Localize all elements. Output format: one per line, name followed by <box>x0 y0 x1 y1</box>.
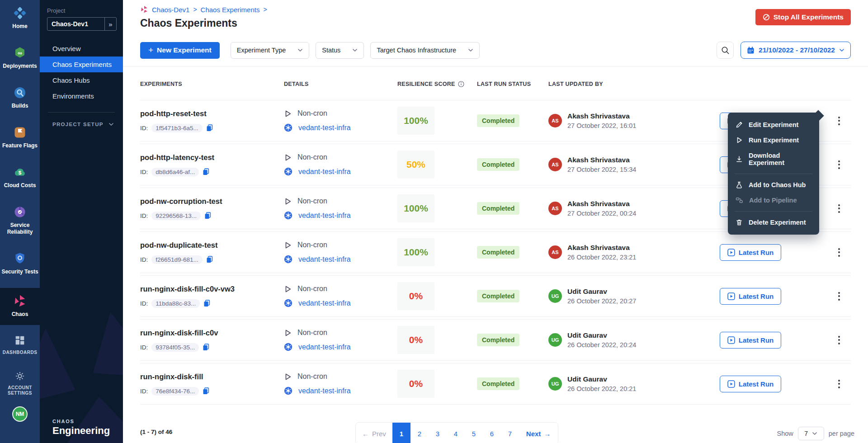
sidebar-item-label: Feature Flags <box>2 142 38 149</box>
sidebar-item-environments[interactable]: Environments <box>40 88 123 104</box>
sidebar-item-dashboards[interactable]: DASHBOARDS <box>0 330 40 361</box>
stop-all-experiments-button[interactable]: Stop All Experiments <box>755 9 851 25</box>
toolbar-separator <box>123 66 868 66</box>
play-outline-icon <box>284 198 292 205</box>
search-button[interactable] <box>717 42 734 59</box>
copy-icon[interactable] <box>206 124 213 132</box>
copy-icon[interactable] <box>204 212 211 219</box>
breadcrumb: Chaos-Dev1>Chaos Experiments> <box>140 5 851 14</box>
sidebar-item-overview[interactable]: Overview <box>40 41 123 57</box>
sidebar-item-cloud-costs[interactable]: $Cloud Costs <box>0 161 40 194</box>
experiment-name[interactable]: pod-http-latency-test <box>140 153 284 162</box>
pagination-page-3[interactable]: 3 <box>429 423 447 443</box>
new-experiment-button[interactable]: + New Experiment <box>140 42 220 59</box>
infrastructure-link[interactable]: vedant-test-infra <box>298 212 351 220</box>
updated-timestamp: 26 October 2022, 20:21 <box>567 385 636 392</box>
run-icon <box>727 380 735 388</box>
menu-item-edit-experiment[interactable]: Edit Experiment <box>728 117 819 132</box>
sidebar-item-chaos-experiments[interactable]: Chaos Experiments <box>40 57 123 72</box>
more-options-icon[interactable] <box>834 245 844 259</box>
more-options-icon[interactable] <box>834 202 844 215</box>
row-actions-cell <box>834 158 851 171</box>
copy-icon[interactable] <box>203 344 209 351</box>
infrastructure-link[interactable]: vedant-test-infra <box>298 343 351 351</box>
sidebar-item-label: Cloud Costs <box>4 182 36 189</box>
infrastructure-link[interactable]: vedant-test-infra <box>298 299 351 307</box>
sidebar-item-chaos-hubs[interactable]: Chaos Hubs <box>40 72 123 88</box>
pagination-next-button[interactable]: Next → <box>519 423 558 443</box>
info-icon[interactable] <box>458 81 464 87</box>
infrastructure-link[interactable]: vedant-test-infra <box>298 168 351 176</box>
more-options-icon[interactable] <box>834 114 844 127</box>
pagination-page-5[interactable]: 5 <box>465 423 483 443</box>
more-options-icon[interactable] <box>834 289 844 303</box>
user-avatar[interactable]: NM <box>12 406 28 422</box>
infrastructure-link[interactable]: vedant-test-infra <box>298 387 351 395</box>
infrastructure-link[interactable]: vedant-test-infra <box>298 124 351 132</box>
pagination-page-2[interactable]: 2 <box>410 423 429 443</box>
more-options-icon[interactable] <box>834 377 844 391</box>
menu-item-add-to-chaos-hub[interactable]: Add to Chaos Hub <box>728 177 819 193</box>
experiment-name[interactable]: pod-nw-corruption-test <box>140 197 284 206</box>
project-setup-toggle[interactable]: PROJECT SETUP <box>40 122 123 127</box>
sidebar-item-service-reliability[interactable]: Service Reliability <box>0 201 40 241</box>
experiment-name[interactable]: run-nginx-disk-fill <box>140 372 284 381</box>
latest-run-button[interactable]: Latest Run <box>720 288 781 305</box>
pagination-page-7[interactable]: 7 <box>501 423 519 443</box>
breadcrumb-link[interactable]: Chaos Experiments <box>201 6 260 14</box>
filter-status[interactable]: Status <box>316 42 364 59</box>
project-selector[interactable]: Chaos-Dev1 » <box>47 17 117 31</box>
resilience-score-cell: 100% <box>397 107 477 135</box>
toolbar: + New Experiment Experiment TypeStatusTa… <box>140 42 851 59</box>
pagination-page-1[interactable]: 1 <box>392 423 410 443</box>
copy-icon[interactable] <box>203 168 209 175</box>
copy-icon[interactable] <box>203 300 210 307</box>
latest-run-label: Latest Run <box>739 249 774 256</box>
page-size-select[interactable]: 7 <box>798 427 824 440</box>
sidebar-item-label: Chaos <box>12 311 28 318</box>
experiment-name[interactable]: run-nginx-disk-fill-c0v <box>140 329 284 337</box>
menu-item-run-experiment[interactable]: Run Experiment <box>728 132 819 148</box>
experiment-name[interactable]: pod-http-reset-test <box>140 109 284 118</box>
collapse-panel-button[interactable]: » <box>104 18 116 30</box>
sidebar-item-feature-flags[interactable]: Feature Flags <box>0 121 40 155</box>
pagination-prev-button[interactable]: ← Prev <box>356 423 392 443</box>
breadcrumb-link[interactable]: Chaos-Dev1 <box>152 6 189 14</box>
pagination-page-4[interactable]: 4 <box>447 423 465 443</box>
more-options-icon[interactable] <box>834 158 844 171</box>
experiment-name[interactable]: run-nginx-disk-fill-c0v-vw3 <box>140 285 284 293</box>
sidebar-item-deployments[interactable]: ∞Deployments <box>0 42 40 75</box>
plus-icon: + <box>148 45 153 55</box>
menu-item-download-experiment[interactable]: Download Experiment <box>728 148 819 170</box>
sidebar-item-account-settings[interactable]: ACCOUNT SETTINGS <box>0 366 40 402</box>
sidebar-item-home[interactable]: Home <box>0 2 40 35</box>
experiment-name-cell: run-nginx-disk-fill-c0v-vw3ID:11bda88c-8… <box>140 285 284 308</box>
filter-experiment-type[interactable]: Experiment Type <box>231 42 310 59</box>
column-header-details: DETAILS <box>284 81 397 87</box>
experiment-name[interactable]: pod-nw-duplicate-test <box>140 241 284 250</box>
last-updated-by-cell: ASAkash Shrivastava27 October 2022, 16:0… <box>548 112 720 129</box>
last-run-status-cell: Completed <box>477 290 548 302</box>
copy-icon[interactable] <box>206 256 213 263</box>
column-header-label: DETAILS <box>284 81 309 87</box>
date-range-picker[interactable]: 21/10/2022 - 27/10/2022 <box>741 42 851 59</box>
prev-label: Prev <box>372 430 386 438</box>
latest-run-button[interactable]: Latest Run <box>720 244 781 261</box>
more-options-icon[interactable] <box>834 333 844 347</box>
cloud-costs-icon: $ <box>13 165 27 179</box>
sidebar-item-chaos[interactable]: Chaos <box>0 288 40 325</box>
user-name: Udit Gaurav <box>567 331 636 339</box>
infrastructure-link[interactable]: vedant-test-infra <box>298 255 351 264</box>
menu-item-delete-experiment[interactable]: Delete Experiment <box>728 215 819 230</box>
pagination-page-6[interactable]: 6 <box>483 423 501 443</box>
latest-run-button[interactable]: Latest Run <box>720 376 781 392</box>
experiment-name-cell: run-nginx-disk-fillID:76e8f434-76... <box>140 372 284 396</box>
latest-run-button[interactable]: Latest Run <box>720 332 781 349</box>
menu-item-label: Add to Pipeline <box>749 197 797 204</box>
sidebar-item-security-tests[interactable]: Security Tests <box>0 247 40 281</box>
sidebar-item-builds[interactable]: Builds <box>0 81 40 115</box>
filter-target-chaos-infrastructure[interactable]: Target Chaos Infrastructure <box>370 42 480 59</box>
play-outline-icon <box>284 154 292 161</box>
project-label: Project <box>47 7 123 14</box>
copy-icon[interactable] <box>203 387 209 395</box>
